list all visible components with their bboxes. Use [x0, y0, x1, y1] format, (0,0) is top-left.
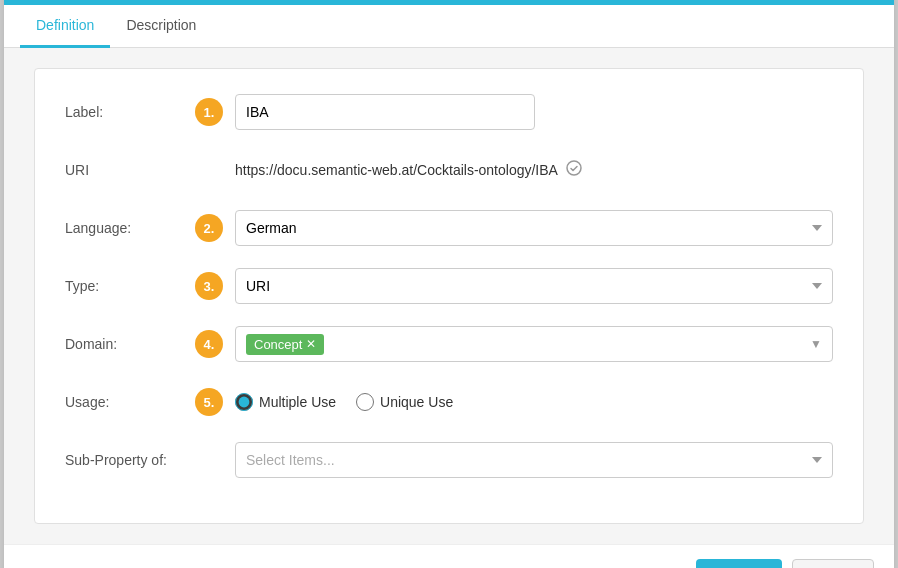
modal-footer: Create Close [4, 544, 894, 568]
subproperty-select[interactable]: Select Items... [235, 442, 833, 478]
create-button[interactable]: Create [696, 559, 782, 568]
multiple-use-radio[interactable] [235, 393, 253, 411]
step-badge-4: 4. [195, 330, 223, 358]
label-input[interactable] [235, 94, 535, 130]
language-field-label: Language: [65, 220, 195, 236]
unique-use-label: Unique Use [380, 394, 453, 410]
language-select[interactable]: German English French Spanish [235, 210, 833, 246]
step-badge-2: 2. [195, 214, 223, 242]
modal-tabs: Definition Description [4, 5, 894, 48]
type-row: Type: 3. URI String Integer Boolean Floa… [65, 267, 833, 305]
step-badge-5: 5. [195, 388, 223, 416]
multiple-use-option[interactable]: Multiple Use [235, 393, 336, 411]
domain-select[interactable]: Concept ✕ ▼ [235, 326, 833, 362]
svg-point-0 [567, 161, 581, 175]
step-badge-3: 3. [195, 272, 223, 300]
subproperty-row: Sub-Property of: Select Items... [65, 441, 833, 479]
domain-field-label: Domain: [65, 336, 195, 352]
type-field-label: Type: [65, 278, 195, 294]
label-field-label: Label: [65, 104, 195, 120]
label-row: Label: 1. [65, 93, 833, 131]
tab-description[interactable]: Description [110, 5, 212, 48]
uri-text: https://docu.semantic-web.at/Cocktails-o… [235, 162, 558, 178]
unique-use-radio[interactable] [356, 393, 374, 411]
modal-body: Label: 1. URI https://docu.semantic-web.… [4, 48, 894, 544]
unique-use-option[interactable]: Unique Use [356, 393, 453, 411]
domain-dropdown-arrow: ▼ [810, 337, 822, 351]
close-button[interactable]: Close [792, 559, 874, 568]
uri-value: https://docu.semantic-web.at/Cocktails-o… [235, 160, 582, 180]
usage-row: Usage: 5. Multiple Use Unique Use [65, 383, 833, 421]
step-badge-1: 1. [195, 98, 223, 126]
uri-row: URI https://docu.semantic-web.at/Cocktai… [65, 151, 833, 189]
uri-field-label: URI [65, 162, 195, 178]
new-attribute-modal: 🔱 New Attribute ✕ Definition Description… [4, 0, 894, 568]
edit-uri-icon[interactable] [566, 160, 582, 180]
language-row: Language: 2. German English French Spani… [65, 209, 833, 247]
type-select[interactable]: URI String Integer Boolean Float [235, 268, 833, 304]
concept-tag-label: Concept [254, 337, 302, 352]
multiple-use-label: Multiple Use [259, 394, 336, 410]
domain-row: Domain: 4. Concept ✕ ▼ [65, 325, 833, 363]
usage-radio-group: Multiple Use Unique Use [235, 393, 453, 411]
remove-concept-button[interactable]: ✕ [306, 337, 316, 351]
usage-field-label: Usage: [65, 394, 195, 410]
subproperty-field-label: Sub-Property of: [65, 452, 195, 468]
concept-tag: Concept ✕ [246, 334, 324, 355]
tab-definition[interactable]: Definition [20, 5, 110, 48]
form-card: Label: 1. URI https://docu.semantic-web.… [34, 68, 864, 524]
